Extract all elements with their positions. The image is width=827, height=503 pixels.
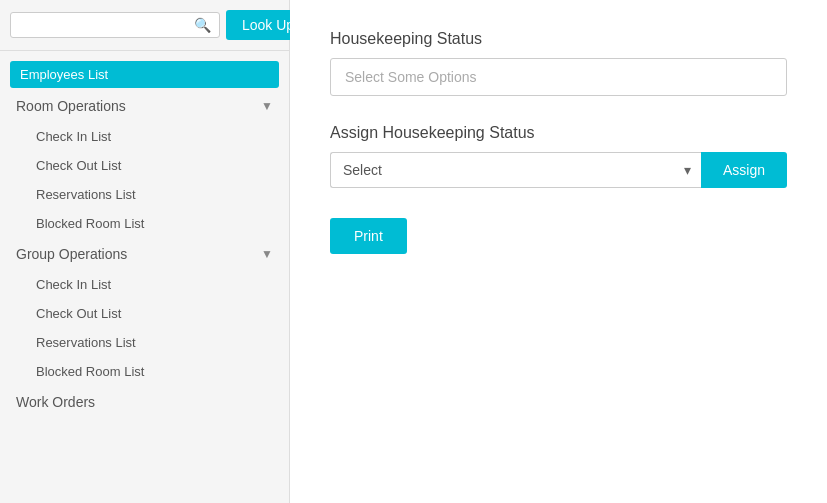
sidebar-item-employees-list[interactable]: Employees List xyxy=(10,61,279,88)
print-button[interactable]: Print xyxy=(330,218,407,254)
sidebar-item-work-orders[interactable]: Work Orders xyxy=(0,386,289,418)
select-wrapper: Select Clean Dirty Inspected Out of Orde… xyxy=(330,152,701,188)
sidebar-item-reservations-list-group[interactable]: Reservations List xyxy=(0,328,289,357)
sidebar-item-reservations-list-room[interactable]: Reservations List xyxy=(0,180,289,209)
search-bar: 🔍 Look Up xyxy=(0,0,289,51)
sidebar-item-room-operations[interactable]: Room Operations ▼ xyxy=(0,90,289,122)
sidebar-item-group-operations[interactable]: Group Operations ▼ xyxy=(0,238,289,270)
search-input[interactable] xyxy=(19,17,194,33)
sidebar-item-blocked-room-list-room[interactable]: Blocked Room List xyxy=(0,209,289,238)
sidebar-item-checkout-list-group[interactable]: Check Out List xyxy=(0,299,289,328)
room-operations-arrow-icon: ▼ xyxy=(261,99,273,113)
group-operations-arrow-icon: ▼ xyxy=(261,247,273,261)
assign-button[interactable]: Assign xyxy=(701,152,787,188)
search-wrapper: 🔍 xyxy=(10,12,220,38)
main-content: Housekeeping Status Select Some Options … xyxy=(290,0,827,503)
assign-housekeeping-label: Assign Housekeeping Status xyxy=(330,124,787,142)
room-operations-label: Room Operations xyxy=(16,98,126,114)
nav-list: Employees List Room Operations ▼ Check I… xyxy=(0,51,289,503)
assign-row: Select Clean Dirty Inspected Out of Orde… xyxy=(330,152,787,188)
search-icon: 🔍 xyxy=(194,17,211,33)
sidebar-item-blocked-room-list-group[interactable]: Blocked Room List xyxy=(0,357,289,386)
sidebar-item-checkin-list-group[interactable]: Check In List xyxy=(0,270,289,299)
sidebar-item-checkin-list-room[interactable]: Check In List xyxy=(0,122,289,151)
housekeeping-status-input[interactable]: Select Some Options xyxy=(330,58,787,96)
assign-select[interactable]: Select Clean Dirty Inspected Out of Orde… xyxy=(330,152,701,188)
sidebar: 🔍 Look Up Employees List Room Operations… xyxy=(0,0,290,503)
housekeeping-status-label: Housekeeping Status xyxy=(330,30,787,48)
group-operations-label: Group Operations xyxy=(16,246,127,262)
sidebar-item-checkout-list-room[interactable]: Check Out List xyxy=(0,151,289,180)
